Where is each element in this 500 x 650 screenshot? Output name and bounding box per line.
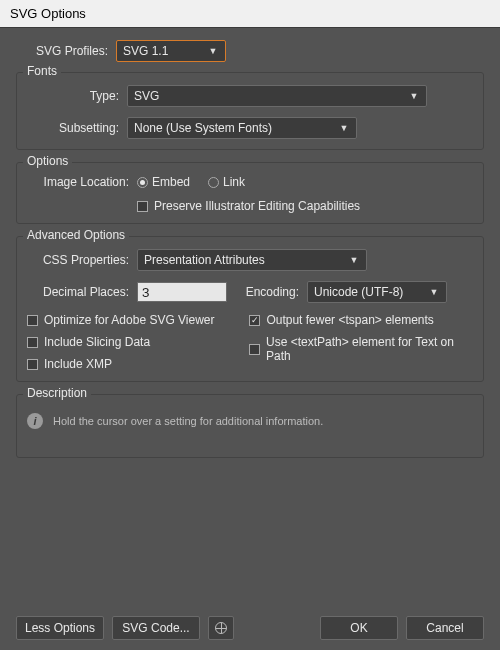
chevron-down-icon: ▼ (408, 90, 420, 102)
encoding-value: Unicode (UTF-8) (314, 285, 403, 299)
description-hint: Hold the cursor over a setting for addit… (53, 415, 323, 427)
output-fewer-checkbox[interactable] (249, 315, 260, 326)
chevron-down-icon: ▼ (348, 254, 360, 266)
options-group: Options Image Location: Embed Link Prese… (16, 162, 484, 224)
decimal-label: Decimal Places: (27, 285, 137, 299)
info-icon: i (27, 413, 43, 429)
less-options-button[interactable]: Less Options (16, 616, 104, 640)
ok-button[interactable]: OK (320, 616, 398, 640)
svg-profiles-value: SVG 1.1 (123, 44, 168, 58)
subsetting-label: Subsetting: (27, 121, 127, 135)
link-label: Link (223, 175, 245, 189)
embed-radio[interactable] (137, 177, 148, 188)
preserve-checkbox[interactable] (137, 201, 148, 212)
preview-web-button[interactable] (208, 616, 234, 640)
svg-code-button[interactable]: SVG Code... (112, 616, 200, 640)
cancel-button[interactable]: Cancel (406, 616, 484, 640)
chevron-down-icon: ▼ (207, 45, 219, 57)
css-props-value: Presentation Attributes (144, 253, 265, 267)
chevron-down-icon: ▼ (428, 286, 440, 298)
advanced-group: Advanced Options CSS Properties: Present… (16, 236, 484, 382)
xmp-checkbox[interactable] (27, 359, 38, 370)
image-location-label: Image Location: (27, 175, 137, 189)
embed-label: Embed (152, 175, 190, 189)
fonts-group: Fonts Type: SVG ▼ Subsetting: None (Use … (16, 72, 484, 150)
font-type-value: SVG (134, 89, 159, 103)
encoding-label: Encoding: (237, 285, 307, 299)
subsetting-select[interactable]: None (Use System Fonts) ▼ (127, 117, 357, 139)
output-fewer-label: Output fewer <tspan> elements (266, 313, 433, 327)
window-title: SVG Options (0, 0, 500, 28)
css-props-label: CSS Properties: (27, 253, 137, 267)
advanced-title: Advanced Options (23, 228, 129, 242)
encoding-select[interactable]: Unicode (UTF-8) ▼ (307, 281, 447, 303)
decimal-input[interactable] (137, 282, 227, 302)
css-props-select[interactable]: Presentation Attributes ▼ (137, 249, 367, 271)
slicing-label: Include Slicing Data (44, 335, 150, 349)
description-title: Description (23, 386, 91, 400)
optimize-label: Optimize for Adobe SVG Viewer (44, 313, 215, 327)
textpath-label: Use <textPath> element for Text on Path (266, 335, 473, 363)
font-type-label: Type: (27, 89, 127, 103)
svg-profiles-select[interactable]: SVG 1.1 ▼ (116, 40, 226, 62)
font-type-select[interactable]: SVG ▼ (127, 85, 427, 107)
description-group: Description i Hold the cursor over a set… (16, 394, 484, 458)
options-title: Options (23, 154, 72, 168)
textpath-checkbox[interactable] (249, 344, 260, 355)
link-radio[interactable] (208, 177, 219, 188)
preserve-label: Preserve Illustrator Editing Capabilitie… (154, 199, 360, 213)
subsetting-value: None (Use System Fonts) (134, 121, 272, 135)
globe-icon (215, 622, 227, 634)
fonts-title: Fonts (23, 64, 61, 78)
svg-profiles-label: SVG Profiles: (16, 44, 116, 58)
footer: Less Options SVG Code... OK Cancel (0, 616, 500, 640)
chevron-down-icon: ▼ (338, 122, 350, 134)
optimize-checkbox[interactable] (27, 315, 38, 326)
xmp-label: Include XMP (44, 357, 112, 371)
slicing-checkbox[interactable] (27, 337, 38, 348)
